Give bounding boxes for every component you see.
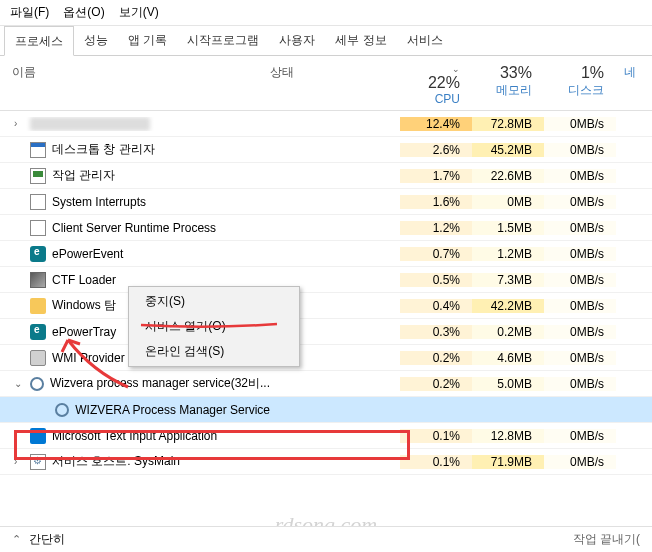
memory-value: 72.8MB	[472, 117, 544, 131]
memory-value: 0MB	[472, 195, 544, 209]
context-menu-item-1[interactable]: 서비스 열기(O)	[131, 314, 297, 339]
tab-2[interactable]: 앱 기록	[118, 26, 177, 55]
menu-view[interactable]: 보기(V)	[119, 4, 159, 21]
expander-icon[interactable]: ›	[14, 430, 24, 441]
memory-value: 42.2MB	[472, 299, 544, 313]
cpu-label: CPU	[435, 92, 460, 106]
disk-value: 0MB/s	[544, 117, 616, 131]
svc-icon	[30, 454, 46, 470]
cpu-value: 0.2%	[400, 377, 472, 391]
process-row[interactable]: CTF Loader0.5%7.3MB0MB/s	[0, 267, 652, 293]
disk-value: 0MB/s	[544, 195, 616, 209]
cpu-value: 0.4%	[400, 299, 472, 313]
gear-icon	[55, 403, 69, 417]
cpu-value: 0.1%	[400, 429, 472, 443]
process-row[interactable]: ›Microsoft Text Input Application0.1%12.…	[0, 423, 652, 449]
folder-icon	[30, 298, 46, 314]
process-name: Windows 탐	[52, 297, 116, 314]
header-cpu[interactable]: ⌄ 22% CPU	[400, 64, 472, 106]
disk-value: 0MB/s	[544, 299, 616, 313]
mon-icon	[30, 168, 46, 184]
chevron-up-icon[interactable]: ⌃	[12, 533, 21, 546]
tab-1[interactable]: 성능	[74, 26, 118, 55]
process-row[interactable]: WMI Provider Host0.2%4.6MB0MB/s	[0, 345, 652, 371]
header-memory[interactable]: 33% 메모리	[472, 64, 544, 106]
ms-icon	[30, 428, 46, 444]
cpu-value: 12.4%	[400, 117, 472, 131]
footer: ⌃ 간단히 작업 끝내기(	[0, 526, 652, 552]
process-name: System Interrupts	[52, 195, 146, 209]
disk-value: 0MB/s	[544, 455, 616, 469]
process-row[interactable]: System Interrupts1.6%0MB0MB/s	[0, 189, 652, 215]
header-name[interactable]: 이름	[0, 64, 270, 106]
expander-icon[interactable]: ⌄	[14, 378, 24, 389]
sys-icon	[30, 194, 46, 210]
header-status[interactable]: 상태	[270, 64, 400, 106]
process-row[interactable]: ›서비스 호스트: SysMain0.1%71.9MB0MB/s	[0, 449, 652, 475]
mem-label: 메모리	[496, 82, 532, 99]
process-row[interactable]: Windows 탐0.4%42.2MB0MB/s	[0, 293, 652, 319]
expander-icon[interactable]: ›	[14, 118, 24, 129]
ctf-icon	[30, 272, 46, 288]
process-row[interactable]: 작업 관리자1.7%22.6MB0MB/s	[0, 163, 652, 189]
menu-file[interactable]: 파일(F)	[10, 4, 49, 21]
mem-percent: 33%	[500, 64, 532, 82]
process-row[interactable]: ⌄Wizvera process manager service(32비...0…	[0, 371, 652, 397]
process-row[interactable]: ›12.4%72.8MB0MB/s	[0, 111, 652, 137]
cpu-value: 0.2%	[400, 351, 472, 365]
disk-value: 0MB/s	[544, 351, 616, 365]
memory-value: 71.9MB	[472, 455, 544, 469]
cpu-value: 0.3%	[400, 325, 472, 339]
memory-value: 1.5MB	[472, 221, 544, 235]
footer-label[interactable]: 간단히	[29, 531, 65, 548]
window-icon	[30, 142, 46, 158]
process-name: ePowerTray	[52, 325, 116, 339]
expander-icon[interactable]: ›	[14, 456, 24, 467]
tab-3[interactable]: 시작프로그램	[177, 26, 269, 55]
ep-icon	[30, 246, 46, 262]
context-menu-item-2[interactable]: 온라인 검색(S)	[131, 339, 297, 364]
column-headers: 이름 상태 ⌄ 22% CPU 33% 메모리 1% 디스크 네	[0, 56, 652, 111]
disk-value: 0MB/s	[544, 273, 616, 287]
tabs: 프로세스성능앱 기록시작프로그램사용자세부 정보서비스	[0, 26, 652, 56]
header-disk[interactable]: 1% 디스크	[544, 64, 616, 106]
disk-value: 0MB/s	[544, 143, 616, 157]
tab-0[interactable]: 프로세스	[4, 26, 74, 56]
process-row[interactable]: 데스크톱 창 관리자2.6%45.2MB0MB/s	[0, 137, 652, 163]
tab-6[interactable]: 서비스	[397, 26, 453, 55]
ep-icon	[30, 324, 46, 340]
disk-value: 0MB/s	[544, 221, 616, 235]
redacted-process-name	[30, 117, 150, 131]
cpu-value: 2.6%	[400, 143, 472, 157]
menubar: 파일(F) 옵션(O) 보기(V)	[0, 0, 652, 26]
disk-label: 디스크	[568, 82, 604, 99]
memory-value: 4.6MB	[472, 351, 544, 365]
cpu-value: 1.7%	[400, 169, 472, 183]
cpu-value: 1.6%	[400, 195, 472, 209]
process-row[interactable]: ePowerEvent0.7%1.2MB0MB/s	[0, 241, 652, 267]
menu-options[interactable]: 옵션(O)	[63, 4, 104, 21]
tab-4[interactable]: 사용자	[269, 26, 325, 55]
memory-value: 12.8MB	[472, 429, 544, 443]
cpu-value: 0.7%	[400, 247, 472, 261]
cpu-value: 1.2%	[400, 221, 472, 235]
tab-5[interactable]: 세부 정보	[325, 26, 396, 55]
cpu-value: 0.5%	[400, 273, 472, 287]
footer-right[interactable]: 작업 끝내기(	[573, 531, 640, 548]
memory-value: 7.3MB	[472, 273, 544, 287]
cpu-value: 0.1%	[400, 455, 472, 469]
process-list[interactable]: ›12.4%72.8MB0MB/s데스크톱 창 관리자2.6%45.2MB0MB…	[0, 111, 652, 551]
process-row[interactable]: Client Server Runtime Process1.2%1.5MB0M…	[0, 215, 652, 241]
disk-value: 0MB/s	[544, 377, 616, 391]
process-row[interactable]: WIZVERA Process Manager Service	[0, 397, 652, 423]
process-name: 작업 관리자	[52, 167, 115, 184]
process-row[interactable]: ePowerTray0.3%0.2MB0MB/s	[0, 319, 652, 345]
disk-value: 0MB/s	[544, 429, 616, 443]
disk-percent: 1%	[581, 64, 604, 82]
disk-value: 0MB/s	[544, 169, 616, 183]
process-name: WIZVERA Process Manager Service	[75, 403, 270, 417]
memory-value: 45.2MB	[472, 143, 544, 157]
context-menu-item-0[interactable]: 중지(S)	[131, 289, 297, 314]
process-name: Client Server Runtime Process	[52, 221, 216, 235]
header-network[interactable]: 네	[616, 64, 636, 106]
